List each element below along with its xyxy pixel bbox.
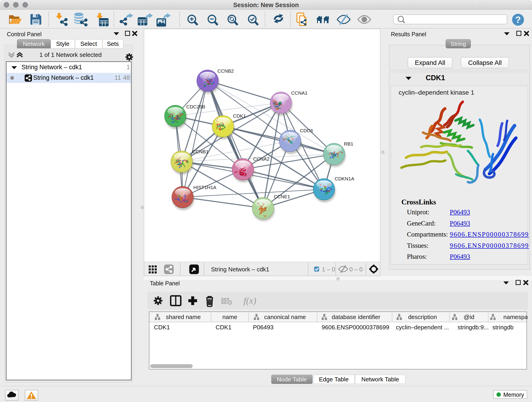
svg-text:CCNA2: CCNA2: [253, 156, 269, 162]
svg-text:CDKN1A: CDKN1A: [335, 176, 354, 181]
svg-text:description: description: [408, 313, 437, 320]
svg-text:1 – 0: 1 – 0: [322, 266, 335, 273]
svg-text:CDC25B: CDC25B: [186, 104, 205, 109]
svg-text:f(x): f(x): [244, 295, 256, 306]
svg-text:RB1: RB1: [344, 141, 353, 147]
svg-text:namespace: namespace: [503, 313, 527, 320]
svg-text:?: ?: [515, 15, 521, 25]
svg-text:CCNA1: CCNA1: [291, 90, 307, 96]
svg-text:name: name: [222, 313, 237, 320]
svg-text:CDK1: CDK1: [233, 113, 246, 119]
svg-text:CDC6: CDC6: [300, 128, 313, 133]
svg-text:canonical name: canonical name: [264, 313, 306, 320]
svg-text:CCNE1: CCNE1: [274, 194, 290, 199]
svg-text:CCNB1: CCNB1: [192, 149, 209, 154]
svg-text:String Network – cdk1: String Network – cdk1: [211, 266, 269, 273]
svg-text:CCNB2: CCNB2: [217, 68, 234, 74]
svg-text:shared name: shared name: [166, 313, 201, 320]
svg-text:0 – 0: 0 – 0: [349, 266, 363, 273]
svg-text:@id: @id: [464, 313, 475, 320]
svg-text:HIST1H1A: HIST1H1A: [193, 185, 216, 190]
svg-text:database identifier: database identifier: [332, 313, 380, 320]
